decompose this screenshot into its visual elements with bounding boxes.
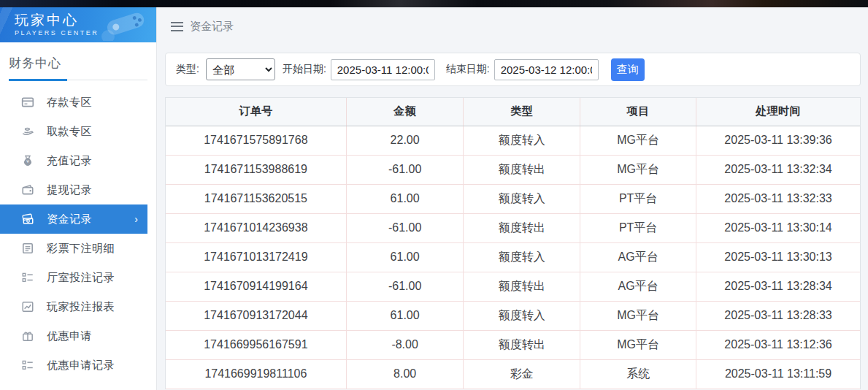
table-cell: 2025-03-11 13:32:33	[696, 184, 860, 213]
type-label: 类型:	[176, 63, 199, 76]
gift-icon	[21, 329, 34, 343]
table-cell: 彩金	[464, 359, 580, 389]
table-cell: 1741671014236938	[166, 213, 346, 242]
main-content: 资金记录 类型: 全部 开始日期: 结束日期: 查询 订单号金额类型项目处理时间…	[158, 7, 868, 390]
sidebar-menu: 存款专区 取款专区 ¥ 充值记录 提现记录 资金记录 › 彩票下注明细 厅室投注…	[0, 88, 156, 380]
table-body: 174167157589176822.00额度转入MG平台2025-03-11 …	[166, 126, 860, 389]
column-header: 类型	[464, 98, 580, 126]
list-icon	[21, 271, 34, 284]
finance-section-title: 财务中心	[0, 42, 156, 72]
browser-top-strip	[0, 0, 868, 7]
sidebar-item-9[interactable]: 优惠申请记录	[0, 351, 156, 380]
table-cell: 1741671013172419	[166, 242, 346, 272]
table-cell: AG平台	[580, 272, 696, 301]
table-cell: 1741671575891768	[166, 126, 346, 155]
table-cell: 2025-03-11 13:32:34	[696, 155, 860, 184]
gamepad-icon	[98, 9, 150, 41]
sidebar: 玩家中心 PLAYERS CENTER 财务中心 存款专区 取款专区 ¥ 充值记…	[0, 7, 157, 390]
table-cell: 额度转入	[464, 301, 580, 330]
sidebar-item-label: 取款专区	[47, 125, 92, 139]
table-cell: PT平台	[580, 184, 696, 213]
section-underline	[9, 80, 147, 80]
column-header: 项目	[580, 98, 696, 126]
table-row: 174167115362051561.00额度转入PT平台2025-03-11 …	[166, 184, 860, 213]
table-cell: MG平台	[580, 330, 696, 359]
table-cell: 61.00	[346, 184, 464, 213]
moneybag-icon: ¥	[21, 154, 34, 167]
type-select[interactable]: 全部	[206, 58, 275, 80]
table-row: 1741669956167591-8.00额度转出MG平台2025-03-11 …	[166, 330, 860, 359]
table-cell: 1741670914199164	[166, 272, 346, 301]
sidebar-item-3[interactable]: 提现记录	[0, 175, 156, 204]
column-header: 订单号	[166, 98, 346, 126]
table-cell: MG平台	[580, 155, 696, 184]
filter-bar: 类型: 全部 开始日期: 结束日期: 查询	[165, 53, 861, 86]
sidebar-item-2[interactable]: ¥ 充值记录	[0, 146, 156, 175]
table-cell: MG平台	[580, 301, 696, 330]
table-cell: 8.00	[346, 359, 464, 389]
table-row: 1741670914199164-61.00额度转出AG平台2025-03-11…	[166, 272, 860, 301]
table-cell: MG平台	[580, 126, 696, 155]
table-cell: 2025-03-11 13:28:33	[696, 301, 860, 330]
app-logo: 玩家中心 PLAYERS CENTER	[0, 7, 156, 42]
table-cell: 额度转出	[464, 330, 580, 359]
sidebar-item-7[interactable]: 玩家投注报表	[0, 292, 156, 321]
personal-section-title: 个人中心	[0, 380, 156, 390]
query-button[interactable]: 查询	[611, 58, 645, 81]
column-header: 金额	[346, 98, 464, 126]
sidebar-item-6[interactable]: 厅室投注记录	[0, 263, 156, 292]
breadcrumb: 资金记录	[158, 7, 868, 45]
end-date-label: 结束日期:	[446, 63, 490, 76]
end-date-input[interactable]	[494, 59, 599, 80]
table-cell: 额度转入	[464, 126, 580, 155]
table-cell: 1741669919811106	[166, 359, 346, 389]
table-row: 1741671014236938-61.00额度转出PT平台2025-03-11…	[166, 213, 860, 242]
table-cell: 61.00	[346, 242, 464, 272]
sidebar-item-1[interactable]: 取款专区	[0, 117, 156, 146]
funds-icon	[21, 213, 34, 226]
sidebar-item-label: 充值记录	[47, 154, 92, 168]
table-cell: PT平台	[580, 213, 696, 242]
table-cell: 额度转出	[464, 155, 580, 184]
sidebar-item-8[interactable]: 优惠申请	[0, 321, 156, 351]
table-cell: 1741671153620515	[166, 184, 346, 213]
hamburger-menu-icon[interactable]	[171, 22, 183, 31]
sidebar-item-label: 优惠申请	[47, 329, 92, 343]
table-cell: 2025-03-11 13:30:13	[696, 242, 860, 272]
document-icon	[21, 242, 34, 255]
table-cell: 2025-03-11 13:28:34	[696, 272, 860, 301]
table-cell: 额度转出	[464, 272, 580, 301]
sidebar-item-label: 提现记录	[47, 183, 92, 197]
sidebar-item-label: 存款专区	[47, 96, 92, 110]
table-row: 174167101317241961.00额度转入AG平台2025-03-11 …	[166, 242, 860, 272]
sidebar-item-4[interactable]: 资金记录 ›	[0, 204, 147, 234]
chevron-right-icon: ›	[134, 213, 138, 225]
table-cell: 1741669956167591	[166, 330, 346, 359]
table-cell: -61.00	[346, 213, 464, 242]
table-cell: 1741670913172044	[166, 301, 346, 330]
table-cell: -8.00	[346, 330, 464, 359]
sidebar-item-0[interactable]: 存款专区	[0, 88, 156, 117]
start-date-label: 开始日期:	[283, 63, 326, 76]
table-cell: -61.00	[346, 272, 464, 301]
table-cell: 额度转入	[464, 242, 580, 272]
table-cell: 61.00	[346, 301, 464, 330]
table-cell: 额度转入	[464, 184, 580, 213]
table-cell: -61.00	[346, 155, 464, 184]
table-row: 17416699198111068.00彩金系统2025-03-11 13:11…	[166, 359, 860, 389]
table-cell: AG平台	[580, 242, 696, 272]
list-icon	[21, 359, 34, 372]
start-date-input[interactable]	[331, 59, 435, 80]
wallet-icon	[21, 183, 34, 196]
table-cell: 2025-03-11 13:30:14	[696, 213, 860, 242]
sidebar-item-5[interactable]: 彩票下注明细	[0, 234, 156, 263]
table-row: 1741671153988619-61.00额度转出MG平台2025-03-11…	[166, 155, 860, 184]
table-header-row: 订单号金额类型项目处理时间	[166, 98, 860, 126]
table-cell: 额度转出	[464, 213, 580, 242]
deposit-card-icon	[21, 96, 34, 109]
page-title: 资金记录	[190, 20, 234, 34]
table-cell: 1741671153988619	[166, 155, 346, 184]
table-cell: 2025-03-11 13:12:36	[696, 330, 860, 359]
chart-icon	[21, 300, 34, 313]
withdraw-hand-icon	[21, 125, 34, 138]
